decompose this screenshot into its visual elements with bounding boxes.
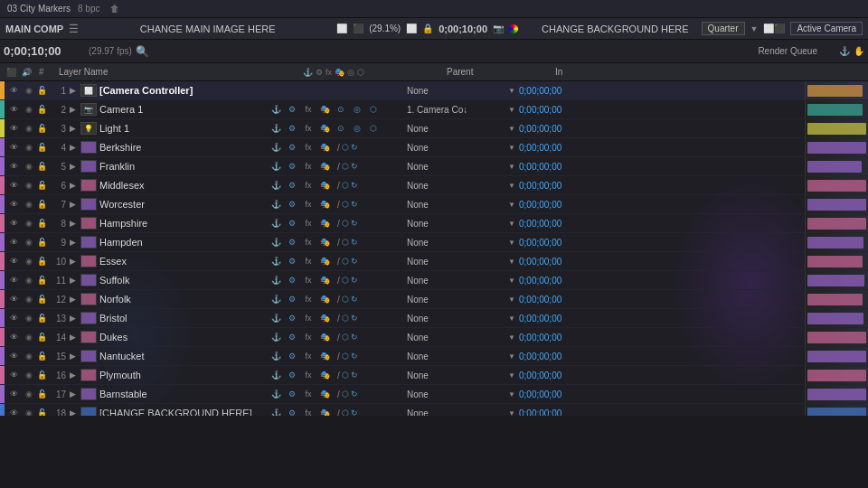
property-icon-0[interactable]: ⚓ bbox=[269, 352, 283, 361]
property-icon-1[interactable]: ⚙ bbox=[285, 276, 299, 285]
solo-icon[interactable]: ◉ bbox=[25, 314, 33, 323]
lock-icon[interactable]: 🔓 bbox=[37, 257, 47, 266]
property-icon-3[interactable]: 🎭 bbox=[317, 371, 332, 380]
cycle-icon[interactable]: ↻ bbox=[351, 389, 358, 399]
expand-arrow[interactable]: ▶ bbox=[70, 389, 80, 399]
eye-icon[interactable]: 👁 bbox=[10, 257, 18, 266]
property-icon-2[interactable]: fx bbox=[301, 219, 316, 228]
cycle-icon[interactable]: ↻ bbox=[351, 333, 358, 342]
property-icon-3[interactable]: 🎭 bbox=[317, 143, 332, 152]
parent-dropdown-arrow[interactable]: ▼ bbox=[508, 125, 515, 133]
layer-row[interactable]: 👁◉🔓18▶[CHANGE BACKGROUND HERE]⚓⚙fx🎭/⬡↻No… bbox=[0, 404, 868, 416]
layer-row[interactable]: 👁◉🔓7▶Worcester⚓⚙fx🎭/⬡↻None▼0;00;00;00 bbox=[0, 195, 868, 214]
3d-icon[interactable]: ⬡ bbox=[342, 408, 349, 416]
property-icon-3[interactable]: 🎭 bbox=[317, 333, 332, 342]
3d-icon[interactable]: ⬡ bbox=[342, 162, 349, 171]
tb-lock-icon[interactable]: 🔒 bbox=[422, 23, 433, 33]
lock-icon[interactable]: 🔓 bbox=[37, 181, 47, 190]
property-icon-3[interactable]: 🎭 bbox=[317, 276, 332, 285]
cycle-icon[interactable]: ↻ bbox=[351, 181, 358, 190]
solo-icon[interactable]: ◉ bbox=[25, 105, 33, 114]
lock-icon[interactable]: 🔓 bbox=[37, 352, 47, 361]
expand-arrow[interactable]: ▶ bbox=[70, 105, 80, 114]
property-icon-2[interactable]: fx bbox=[301, 238, 316, 247]
lock-icon[interactable]: 🔓 bbox=[37, 200, 47, 209]
expand-arrow[interactable]: ▶ bbox=[70, 200, 80, 209]
property-icon-3[interactable]: 🎭 bbox=[317, 105, 332, 114]
solo-icon[interactable]: ◉ bbox=[25, 276, 33, 285]
expand-arrow[interactable]: ▶ bbox=[70, 162, 80, 171]
property-icon-0[interactable]: ⚓ bbox=[269, 181, 283, 190]
solo-icon[interactable]: ◉ bbox=[25, 333, 33, 342]
layer-row[interactable]: 👁◉🔓9▶Hampden⚓⚙fx🎭/⬡↻None▼0;00;00;00 bbox=[0, 233, 868, 252]
cycle-icon[interactable]: ↻ bbox=[351, 352, 358, 361]
property-icon-3[interactable]: 🎭 bbox=[317, 200, 332, 209]
parent-dropdown-arrow[interactable]: ▼ bbox=[508, 144, 515, 152]
trash-icon[interactable]: 🗑 bbox=[110, 4, 119, 14]
solo-icon[interactable]: ◉ bbox=[25, 257, 33, 266]
eye-icon[interactable]: 👁 bbox=[10, 295, 18, 304]
expand-arrow[interactable]: ▶ bbox=[70, 219, 80, 228]
active-camera-btn[interactable]: Active Camera bbox=[790, 22, 863, 35]
property-icon-0[interactable]: ⚓ bbox=[269, 295, 283, 304]
lock-icon[interactable]: 🔓 bbox=[37, 238, 47, 247]
property-icon-2[interactable]: fx bbox=[301, 276, 316, 285]
property-icon-2[interactable]: fx bbox=[301, 200, 316, 209]
parent-dropdown-arrow[interactable]: ▼ bbox=[508, 258, 515, 266]
parent-dropdown-arrow[interactable]: ▼ bbox=[508, 106, 515, 114]
parent-dropdown-arrow[interactable]: ▼ bbox=[508, 390, 515, 399]
lock-icon[interactable]: 🔓 bbox=[37, 371, 47, 380]
layer-row[interactable]: 👁◉🔓3▶💡Light 1⚓⚙fx🎭⊙◎⬡None▼0;00;00;00 bbox=[0, 119, 868, 138]
property-icon-3[interactable]: 🎭 bbox=[317, 162, 332, 171]
eye-icon[interactable]: 👁 bbox=[10, 389, 18, 399]
eye-icon[interactable]: 👁 bbox=[10, 276, 18, 285]
property-icon-3[interactable]: 🎭 bbox=[317, 238, 332, 247]
property-icon-1[interactable]: ⚙ bbox=[285, 238, 299, 247]
property-icon-3[interactable]: 🎭 bbox=[317, 257, 332, 266]
lock-icon[interactable]: 🔓 bbox=[37, 124, 47, 133]
property-icon-0[interactable]: ⚓ bbox=[269, 105, 283, 114]
expand-arrow[interactable]: ▶ bbox=[70, 86, 80, 95]
3d-icon[interactable]: ⬡ bbox=[342, 143, 349, 152]
render-queue-label[interactable]: Render Queue bbox=[758, 46, 817, 56]
property-icon-0[interactable]: ⚓ bbox=[269, 124, 283, 133]
menu-icon[interactable]: ☰ bbox=[69, 23, 79, 35]
property-icon-0[interactable]: ⚓ bbox=[269, 238, 283, 247]
lock-icon[interactable]: 🔓 bbox=[37, 295, 47, 304]
parent-dropdown-arrow[interactable]: ▼ bbox=[508, 87, 515, 95]
chevron-down-icon[interactable]: ▼ bbox=[750, 24, 759, 33]
layer-row[interactable]: 👁◉🔓2▶📷Camera 1⚓⚙fx🎭⊙◎⬡1. Camera Co↓▼0;00… bbox=[0, 100, 868, 119]
cycle-icon[interactable]: ↻ bbox=[351, 408, 358, 416]
property-icon-1[interactable]: ⚙ bbox=[285, 352, 299, 361]
tb-resize-icon[interactable]: ⬛ bbox=[353, 23, 363, 33]
property-icon-2[interactable]: fx bbox=[301, 105, 316, 114]
cycle-icon[interactable]: ↻ bbox=[351, 295, 358, 304]
layer-row[interactable]: 👁◉🔓1▶⬜[Camera Controller]None▼0;00;00;00 bbox=[0, 81, 868, 100]
property-icon-2[interactable]: fx bbox=[301, 333, 316, 342]
eye-icon[interactable]: 👁 bbox=[10, 143, 18, 152]
eye-icon[interactable]: 👁 bbox=[10, 124, 18, 133]
layer-row[interactable]: 👁◉🔓4▶Berkshire⚓⚙fx🎭/⬡↻None▼0;00;00;00 bbox=[0, 138, 868, 157]
property-icon-1[interactable]: ⚙ bbox=[285, 143, 299, 152]
cycle-icon[interactable]: ↻ bbox=[351, 162, 358, 171]
3d-icon[interactable]: ⬡ bbox=[342, 389, 349, 399]
lock-icon[interactable]: 🔓 bbox=[37, 219, 47, 228]
expand-arrow[interactable]: ▶ bbox=[70, 352, 80, 361]
property-icon-1[interactable]: ⚙ bbox=[285, 371, 299, 380]
property-icon-4[interactable]: ⊙ bbox=[334, 105, 348, 114]
3d-icon[interactable]: ⬡ bbox=[342, 238, 349, 247]
parent-dropdown-arrow[interactable]: ▼ bbox=[508, 296, 515, 304]
property-icon-2[interactable]: fx bbox=[301, 389, 316, 399]
property-icon-4[interactable]: ⊙ bbox=[334, 124, 348, 133]
expand-arrow[interactable]: ▶ bbox=[70, 295, 80, 304]
parent-dropdown-arrow[interactable]: ▼ bbox=[508, 409, 515, 417]
cycle-icon[interactable]: ↻ bbox=[351, 219, 358, 228]
parent-dropdown-arrow[interactable]: ▼ bbox=[508, 220, 515, 228]
3d-icon[interactable]: ⬡ bbox=[342, 314, 349, 323]
property-icon-0[interactable]: ⚓ bbox=[269, 389, 283, 399]
property-icon-0[interactable]: ⚓ bbox=[269, 371, 283, 380]
cycle-icon[interactable]: ↻ bbox=[351, 314, 358, 323]
eye-icon[interactable]: 👁 bbox=[10, 238, 18, 247]
property-icon-6[interactable]: ⬡ bbox=[366, 105, 381, 114]
eye-icon[interactable]: 👁 bbox=[10, 314, 18, 323]
